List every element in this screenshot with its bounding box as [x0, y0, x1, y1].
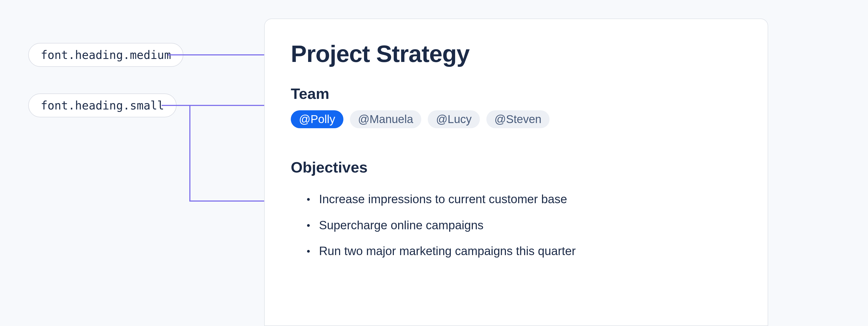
document-card: Project Strategy Team @Polly @Manuela @L… — [264, 19, 768, 326]
team-chip[interactable]: @Manuela — [350, 110, 422, 128]
objectives-heading: Objectives — [291, 158, 742, 176]
team-chip[interactable]: @Polly — [291, 110, 343, 128]
team-chip[interactable]: @Steven — [486, 110, 550, 128]
team-chips: @Polly @Manuela @Lucy @Steven — [291, 110, 742, 128]
token-label-heading-small: font.heading.small — [28, 93, 177, 117]
list-item: Supercharge online campaigns — [307, 212, 742, 238]
list-item: Increase impressions to current customer… — [307, 186, 742, 212]
team-heading: Team — [291, 84, 742, 103]
page-title: Project Strategy — [291, 41, 742, 67]
list-item: Run two major marketing campaigns this q… — [307, 238, 742, 264]
objectives-list: Increase impressions to current customer… — [291, 186, 742, 264]
token-label-heading-medium: font.heading.medium — [28, 43, 183, 67]
team-chip[interactable]: @Lucy — [428, 110, 479, 128]
